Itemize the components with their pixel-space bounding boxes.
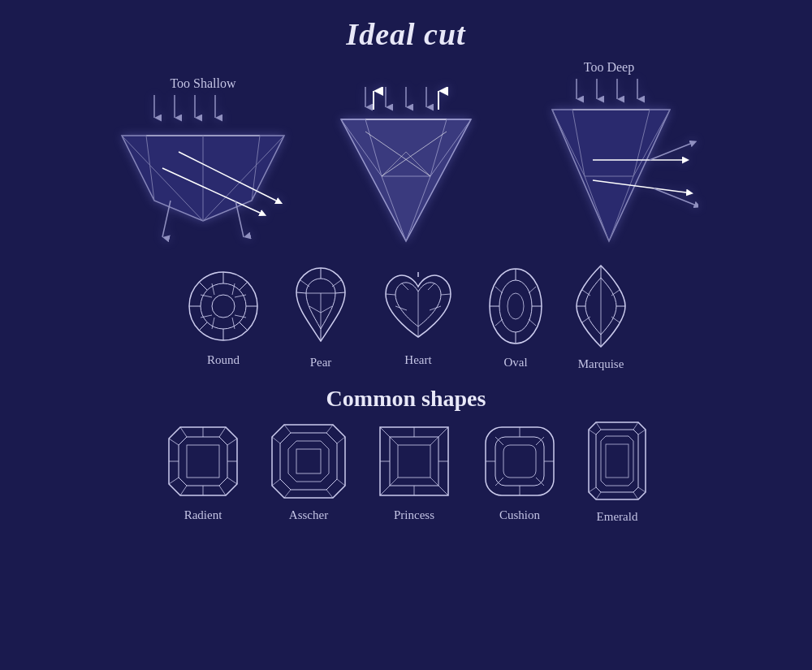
svg-line-121 bbox=[169, 478, 179, 484]
svg-line-159 bbox=[495, 478, 503, 486]
svg-marker-165 bbox=[589, 422, 646, 499]
svg-line-84 bbox=[386, 294, 395, 295]
svg-point-94 bbox=[508, 293, 524, 319]
oval-svg bbox=[483, 264, 548, 349]
svg-line-76 bbox=[332, 280, 341, 287]
cushion-svg bbox=[479, 421, 560, 502]
svg-line-138 bbox=[272, 437, 280, 443]
svg-line-122 bbox=[169, 439, 179, 445]
svg-line-132 bbox=[326, 425, 333, 433]
svg-line-172 bbox=[638, 487, 646, 492]
common-shapes-title: Common shapes bbox=[326, 386, 486, 412]
shape-radiant: Radient bbox=[162, 421, 244, 522]
svg-rect-130 bbox=[296, 449, 321, 473]
emerald-svg bbox=[585, 418, 650, 504]
diamond-shallow: Too Shallow bbox=[114, 76, 292, 249]
shape-princess: Princess bbox=[374, 421, 455, 522]
diamond-deep: Too Deep bbox=[520, 60, 698, 249]
svg-line-90 bbox=[402, 283, 408, 290]
svg-line-143 bbox=[438, 427, 448, 437]
svg-line-170 bbox=[633, 422, 638, 430]
svg-line-134 bbox=[337, 479, 345, 486]
deep-label: Too Deep bbox=[584, 60, 634, 75]
heart-label: Heart bbox=[404, 353, 431, 367]
svg-point-55 bbox=[212, 295, 235, 318]
shape-emerald: Emerald bbox=[585, 418, 650, 524]
svg-line-151 bbox=[430, 437, 438, 445]
svg-line-91 bbox=[428, 283, 434, 290]
svg-line-75 bbox=[300, 280, 309, 287]
shape-marquise: Marquise bbox=[572, 262, 629, 371]
shallow-diamond-svg bbox=[114, 95, 292, 249]
asscher-label: Asscher bbox=[289, 508, 328, 522]
marquise-svg bbox=[572, 262, 629, 351]
svg-line-119 bbox=[219, 486, 226, 495]
svg-line-133 bbox=[337, 437, 345, 443]
svg-line-157 bbox=[495, 437, 503, 445]
svg-line-152 bbox=[390, 478, 398, 486]
svg-marker-112 bbox=[169, 427, 237, 495]
svg-marker-166 bbox=[596, 430, 638, 492]
svg-line-131 bbox=[284, 425, 291, 433]
svg-marker-113 bbox=[179, 437, 227, 486]
svg-marker-40 bbox=[552, 110, 670, 241]
svg-line-101 bbox=[495, 319, 503, 326]
svg-line-60 bbox=[199, 282, 207, 290]
top-section: Ideal cut Too Shallow bbox=[0, 0, 812, 249]
svg-line-174 bbox=[596, 492, 601, 499]
svg-line-175 bbox=[589, 487, 596, 492]
svg-marker-21 bbox=[341, 119, 471, 241]
svg-line-62 bbox=[199, 322, 207, 331]
radiant-label: Radient bbox=[184, 508, 222, 522]
svg-line-51 bbox=[650, 144, 690, 160]
svg-line-145 bbox=[438, 486, 448, 495]
shape-heart: Heart bbox=[378, 266, 459, 367]
svg-marker-129 bbox=[288, 441, 329, 482]
svg-marker-128 bbox=[280, 433, 337, 490]
svg-line-117 bbox=[227, 439, 237, 445]
svg-line-120 bbox=[180, 486, 187, 495]
svg-line-153 bbox=[430, 478, 438, 486]
svg-line-144 bbox=[380, 486, 390, 495]
svg-line-116 bbox=[219, 427, 226, 437]
diamonds-row: Too Shallow bbox=[0, 60, 812, 249]
svg-marker-127 bbox=[272, 425, 345, 498]
svg-line-136 bbox=[284, 490, 291, 498]
svg-rect-168 bbox=[606, 444, 628, 478]
svg-rect-114 bbox=[187, 445, 219, 478]
shape-round: Round bbox=[183, 266, 264, 367]
radiant-svg bbox=[162, 421, 244, 502]
svg-line-176 bbox=[589, 430, 596, 434]
svg-line-169 bbox=[596, 422, 601, 430]
oval-label: Oval bbox=[503, 356, 527, 370]
round-label: Round bbox=[207, 353, 240, 367]
shapes-section: Round Pear bbox=[0, 262, 812, 524]
svg-rect-156 bbox=[503, 445, 536, 478]
asscher-svg bbox=[268, 421, 349, 502]
svg-line-142 bbox=[380, 427, 390, 437]
ideal-diamond-svg bbox=[317, 87, 495, 249]
svg-line-137 bbox=[272, 479, 280, 486]
svg-line-160 bbox=[536, 478, 544, 486]
svg-line-171 bbox=[638, 430, 646, 434]
svg-line-158 bbox=[536, 437, 544, 445]
svg-line-73 bbox=[335, 292, 345, 293]
svg-line-102 bbox=[529, 319, 536, 326]
svg-line-63 bbox=[240, 322, 248, 331]
svg-line-150 bbox=[390, 437, 398, 445]
shape-pear: Pear bbox=[288, 264, 353, 370]
round-svg bbox=[183, 266, 264, 347]
svg-rect-141 bbox=[398, 445, 430, 478]
shape-cushion: Cushion bbox=[479, 421, 560, 522]
shallow-label: Too Shallow bbox=[170, 76, 235, 91]
svg-line-100 bbox=[529, 287, 536, 293]
pear-svg bbox=[288, 264, 353, 349]
svg-line-118 bbox=[227, 478, 237, 484]
svg-line-61 bbox=[240, 282, 248, 290]
shapes-row-1: Round Pear bbox=[0, 262, 812, 371]
svg-line-173 bbox=[633, 492, 638, 499]
svg-line-85 bbox=[441, 294, 451, 295]
svg-point-93 bbox=[499, 280, 532, 332]
deep-diamond-svg bbox=[520, 79, 698, 249]
svg-line-74 bbox=[296, 292, 306, 293]
